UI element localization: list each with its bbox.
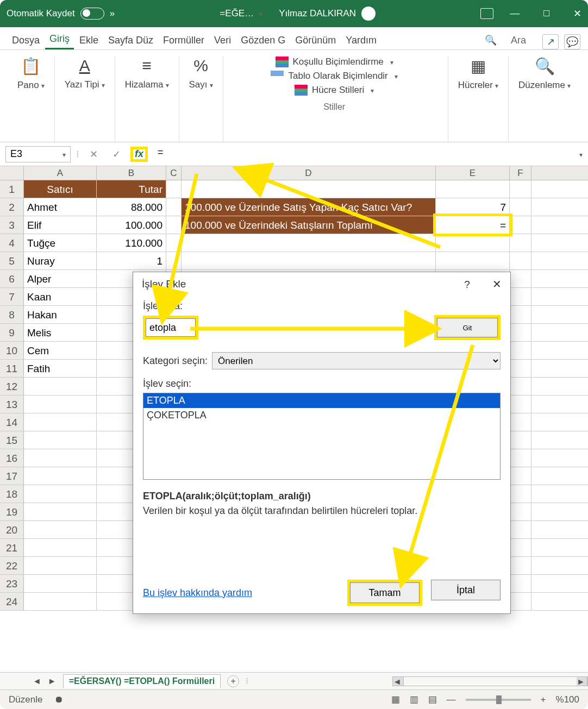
- cell[interactable]: [510, 431, 531, 449]
- zoom-slider[interactable]: [466, 699, 531, 701]
- cells-icon[interactable]: ▦: [471, 57, 486, 76]
- cell[interactable]: [24, 378, 97, 395]
- cell[interactable]: 110.000: [97, 234, 166, 252]
- cell[interactable]: [510, 521, 531, 538]
- category-select[interactable]: Önerilen: [212, 352, 501, 369]
- cell[interactable]: [436, 180, 510, 198]
- row-header[interactable]: 14: [0, 413, 24, 431]
- percent-icon[interactable]: %: [193, 57, 208, 75]
- name-box[interactable]: E3: [5, 146, 71, 162]
- cell[interactable]: 1: [97, 252, 166, 269]
- cell[interactable]: Tutar: [97, 180, 166, 198]
- cell-styles-button[interactable]: Hücre Stilleri: [295, 85, 374, 96]
- cell[interactable]: [510, 503, 531, 520]
- cell[interactable]: Tuğçe: [24, 234, 97, 252]
- cell[interactable]: [436, 252, 510, 269]
- format-as-table-button[interactable]: Tablo Olarak Biçimlendir: [271, 71, 397, 81]
- row-header[interactable]: 24: [0, 593, 24, 610]
- row-header[interactable]: 8: [0, 306, 24, 323]
- minimize-icon[interactable]: —: [510, 8, 520, 20]
- search-label[interactable]: Ara: [506, 32, 530, 49]
- cell[interactable]: [510, 306, 531, 323]
- cell[interactable]: [24, 485, 97, 503]
- new-sheet-icon[interactable]: +: [227, 675, 239, 687]
- row-header[interactable]: 4: [0, 234, 24, 252]
- row-header[interactable]: 7: [0, 288, 24, 305]
- cell[interactable]: 100.000: [97, 216, 166, 234]
- tab-insert[interactable]: Ekle: [75, 32, 103, 49]
- accept-formula-icon[interactable]: ✓: [108, 147, 125, 162]
- sheet-tab[interactable]: =EĞERSAY() =ETOPLA() Formülleri: [63, 674, 221, 688]
- row-header[interactable]: 18: [0, 485, 24, 503]
- row-header[interactable]: 21: [0, 539, 24, 556]
- cell[interactable]: [510, 234, 531, 252]
- row-header[interactable]: 9: [0, 324, 24, 341]
- row-header[interactable]: 16: [0, 449, 24, 467]
- cell[interactable]: [24, 539, 97, 556]
- row-header[interactable]: 10: [0, 342, 24, 359]
- cell[interactable]: 7: [436, 198, 510, 216]
- cell[interactable]: [510, 324, 531, 341]
- cell[interactable]: Cem: [24, 342, 97, 359]
- tab-home[interactable]: Giriş: [45, 30, 74, 49]
- row-header[interactable]: 13: [0, 396, 24, 413]
- ribbon-group-align[interactable]: Hizalama: [125, 79, 169, 90]
- clipboard-icon[interactable]: 📋: [21, 57, 41, 76]
- function-help-link[interactable]: Bu işlev hakkında yardım: [143, 587, 252, 599]
- scroll-left-icon[interactable]: ◄: [393, 677, 404, 686]
- cell[interactable]: [24, 593, 97, 610]
- cancel-button[interactable]: İptal: [431, 580, 501, 600]
- share-icon[interactable]: ↗: [542, 34, 559, 49]
- comments-icon[interactable]: 💬: [564, 34, 580, 49]
- row-header[interactable]: 19: [0, 503, 24, 520]
- cell[interactable]: [182, 180, 436, 198]
- maximize-icon[interactable]: □: [543, 8, 549, 20]
- row-header[interactable]: 5: [0, 252, 24, 269]
- cell[interactable]: Hakan: [24, 306, 97, 323]
- ribbon-group-font[interactable]: Yazı Tipi: [65, 79, 105, 90]
- edit-icon[interactable]: 🔍: [535, 57, 555, 76]
- function-list[interactable]: ETOPLA ÇOKETOPLA: [143, 393, 501, 480]
- cell[interactable]: [510, 396, 531, 413]
- more-icon[interactable]: »: [110, 8, 115, 19]
- col-header-C[interactable]: C: [166, 166, 182, 180]
- cell[interactable]: [182, 252, 436, 269]
- zoom-in-icon[interactable]: +: [541, 694, 546, 705]
- cell[interactable]: Satıcı: [24, 180, 97, 198]
- name-box-dropdown-icon[interactable]: [60, 148, 66, 160]
- cell[interactable]: [510, 198, 531, 216]
- cell[interactable]: [24, 449, 97, 467]
- cell[interactable]: [166, 198, 182, 216]
- col-header-D[interactable]: D: [182, 166, 436, 180]
- cell[interactable]: Alper: [24, 270, 97, 287]
- cell[interactable]: [510, 216, 531, 234]
- cell[interactable]: [24, 396, 97, 413]
- font-icon[interactable]: A: [79, 57, 90, 75]
- cell[interactable]: 100.000 ve Üzerindeki Satışların Toplamı: [182, 216, 436, 234]
- view-normal-icon[interactable]: ▦: [391, 694, 400, 705]
- row-header[interactable]: 6: [0, 270, 24, 287]
- cell[interactable]: [166, 180, 182, 198]
- ok-button[interactable]: Tamam: [350, 582, 420, 603]
- cell[interactable]: [24, 431, 97, 449]
- col-header-A[interactable]: A: [24, 166, 97, 180]
- cell[interactable]: [166, 234, 182, 252]
- cell[interactable]: [510, 342, 531, 359]
- cell[interactable]: Kaan: [24, 288, 97, 305]
- cell[interactable]: [510, 413, 531, 431]
- ribbon-group-cells[interactable]: Hücreler: [458, 80, 498, 91]
- col-header-E[interactable]: E: [436, 166, 510, 180]
- cell[interactable]: [182, 234, 436, 252]
- insert-function-icon[interactable]: fx: [130, 147, 148, 162]
- row-header[interactable]: 23: [0, 575, 24, 592]
- cell[interactable]: [510, 575, 531, 592]
- row-header[interactable]: 17: [0, 467, 24, 485]
- row-header[interactable]: 20: [0, 521, 24, 538]
- cell[interactable]: [166, 216, 182, 234]
- col-header-F[interactable]: F: [510, 166, 531, 180]
- cell[interactable]: 88.000: [97, 198, 166, 216]
- col-header-B[interactable]: B: [97, 166, 166, 180]
- cell[interactable]: [510, 539, 531, 556]
- dialog-help-icon[interactable]: ?: [464, 279, 470, 290]
- ribbon-display-icon[interactable]: [480, 8, 493, 19]
